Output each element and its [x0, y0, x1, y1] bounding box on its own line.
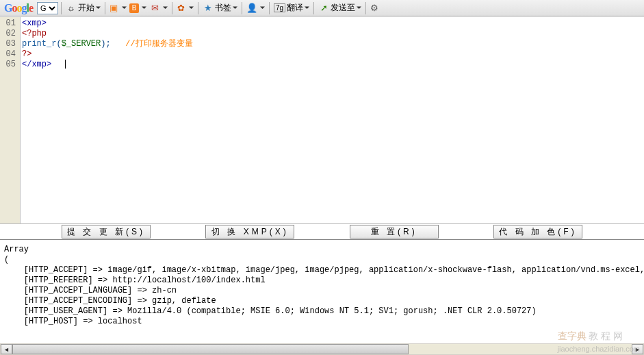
line-number: 05	[0, 60, 20, 70]
translate-badge: 7g	[274, 3, 285, 12]
horizontal-scrollbar[interactable]: ◄ ►	[0, 343, 644, 355]
separator	[172, 2, 172, 14]
code-token: );	[101, 39, 110, 49]
browser-toolbar: Google G ☼ 开始 ▣ B ✉ ✿ ★ 书签 👤 7g 翻译 ➚ 发送至	[0, 0, 644, 16]
start-dropdown[interactable]: ☼ 开始	[64, 2, 102, 14]
action-bar: 提 交 更 新(S) 切 换 XMP(X) 重 置(R) 代 码 加 色(F)	[0, 223, 644, 240]
code-token: $_SERVER	[62, 39, 101, 49]
text-cursor	[65, 60, 66, 69]
line-number: 03	[0, 39, 20, 49]
translate-label: 翻译	[287, 2, 303, 14]
separator	[242, 2, 242, 14]
start-icon: ☼	[66, 3, 77, 14]
chevron-down-icon	[142, 6, 146, 10]
separator	[365, 2, 366, 14]
send-label: 发送至	[331, 2, 355, 14]
scroll-track[interactable]	[12, 344, 632, 354]
translate-dropdown[interactable]: 7g 翻译	[272, 2, 311, 14]
chevron-down-icon	[233, 6, 237, 10]
code-token: ?>	[22, 49, 31, 59]
send-icon: ➚	[318, 3, 329, 14]
google-select[interactable]: G	[37, 2, 58, 14]
chevron-down-icon	[189, 6, 194, 10]
person-icon: 👤	[246, 3, 257, 14]
code-token: print_r	[22, 39, 56, 49]
line-number: 02	[0, 29, 20, 39]
code-token: (	[56, 39, 61, 49]
mail-badge-dropdown[interactable]	[162, 6, 169, 10]
settings-icon[interactable]: ⚙	[369, 3, 380, 14]
line-number: 01	[0, 19, 20, 29]
reset-button[interactable]: 重 置(R)	[350, 225, 439, 238]
toggle-xmp-button[interactable]: 切 换 XMP(X)	[205, 225, 294, 238]
line-number: 04	[0, 49, 20, 60]
start-label: 开始	[78, 2, 94, 14]
chevron-down-icon	[96, 6, 101, 10]
mail-icon[interactable]: ✉	[149, 3, 160, 14]
output-panel: Array ( [HTTP_ACCEPT] => image/gif, imag…	[0, 240, 644, 355]
line-gutter: 01 02 03 04 05	[0, 17, 21, 223]
bookmarks-dropdown[interactable]: ★ 书签	[201, 2, 239, 14]
scroll-right-button[interactable]: ►	[632, 344, 643, 354]
separator	[198, 2, 198, 14]
code-token: <xmp>	[22, 19, 47, 28]
feed-dropdown[interactable]	[120, 6, 128, 10]
blogger-dropdown[interactable]	[140, 6, 148, 10]
scroll-thumb[interactable]	[12, 344, 409, 354]
separator	[61, 2, 62, 14]
send-dropdown[interactable]: ➚ 发送至	[317, 2, 363, 14]
code-area[interactable]: <xmp> <?php print_r($_SERVER); //打印服务器变量…	[21, 17, 644, 223]
code-token: <?php	[22, 29, 47, 38]
scroll-left-button[interactable]: ◄	[1, 344, 12, 354]
chevron-down-icon	[357, 6, 361, 10]
chevron-down-icon	[260, 6, 265, 10]
bookmarks-label: 书签	[215, 2, 231, 14]
google-logo: Google	[1, 2, 36, 14]
blogger-icon[interactable]: B	[129, 3, 139, 13]
code-editor: 01 02 03 04 05 <xmp> <?php print_r($_SER…	[0, 16, 644, 223]
output-text[interactable]: Array ( [HTTP_ACCEPT] => image/gif, imag…	[0, 241, 644, 343]
separator	[269, 2, 270, 14]
plugin-dropdown[interactable]	[188, 6, 195, 10]
chevron-down-icon	[163, 6, 168, 10]
submit-button[interactable]: 提 交 更 新(S)	[62, 225, 151, 238]
chevron-down-icon	[122, 6, 127, 10]
login-dropdown[interactable]: 👤	[245, 3, 266, 14]
chevron-down-icon	[305, 6, 309, 10]
feed-icon[interactable]: ▣	[108, 3, 119, 14]
colorize-button[interactable]: 代 码 加 色(F)	[493, 225, 582, 238]
star-icon: ★	[203, 3, 214, 14]
plugin-icon[interactable]: ✿	[175, 3, 186, 14]
code-token: </xmp>	[22, 60, 51, 69]
code-comment: //打印服务器变量	[125, 39, 192, 49]
separator	[105, 2, 105, 14]
separator	[313, 2, 314, 14]
